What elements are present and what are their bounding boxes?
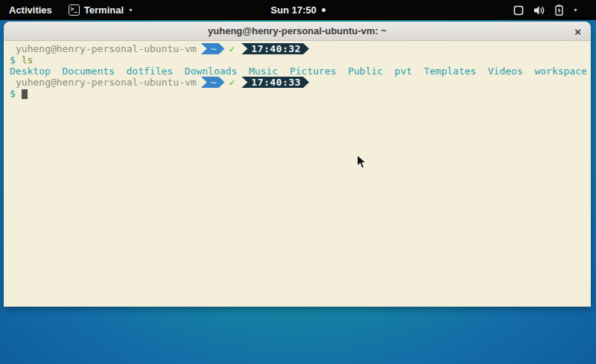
- terminal-content[interactable]: yuheng@henry-personal-ubuntu-vm ~ ✓ 17:4…: [4, 41, 591, 307]
- chevron-down-icon: ▼: [573, 7, 578, 13]
- prompt-time-segment: 17:40:32: [241, 43, 309, 54]
- window-title: yuheng@henry-personal-ubuntu-vm: ~: [208, 25, 387, 36]
- terminal-app-icon: >_: [69, 4, 80, 16]
- notification-dot: [322, 8, 326, 12]
- prompt-line: yuheng@henry-personal-ubuntu-vm ~ ✓ 17:4…: [10, 43, 591, 54]
- input-line: $: [10, 88, 591, 99]
- prompt-path-segment: ~: [201, 43, 225, 54]
- terminal-window: yuheng@henry-personal-ubuntu-vm: ~ × yuh…: [4, 22, 591, 307]
- gnome-top-bar: Activities >_ Terminal ▼ Sun 17:50 ▼: [0, 0, 596, 20]
- text-cursor: [22, 89, 28, 99]
- prompt-symbol: $: [10, 88, 16, 99]
- battery-charging-icon: [555, 4, 563, 16]
- chevron-down-icon: ▼: [128, 7, 133, 13]
- window-titlebar[interactable]: yuheng@henry-personal-ubuntu-vm: ~ ×: [4, 22, 591, 41]
- ls-output: Desktop Documents dotfiles Downloads Mus…: [10, 66, 591, 77]
- prompt-path-segment: ~: [201, 77, 225, 88]
- command-line: $ ls: [10, 54, 591, 66]
- clock-label: Sun 17:50: [270, 4, 316, 16]
- volume-icon: [533, 5, 545, 16]
- clock-button[interactable]: Sun 17:50: [270, 4, 325, 16]
- app-menu-terminal[interactable]: >_ Terminal ▼: [61, 0, 141, 20]
- check-icon: ✓: [229, 77, 235, 88]
- prompt-line: yuheng@henry-personal-ubuntu-vm ~ ✓ 17:4…: [10, 77, 591, 88]
- app-menu-label: Terminal: [84, 4, 124, 16]
- activities-button[interactable]: Activities: [0, 0, 61, 20]
- display-icon: [513, 5, 524, 16]
- system-status-area[interactable]: ▼: [506, 0, 596, 20]
- prompt-symbol: $: [10, 54, 16, 66]
- typed-command: ls: [22, 54, 34, 66]
- prompt-userhost: yuheng@henry-personal-ubuntu-vm: [10, 77, 197, 88]
- close-icon[interactable]: ×: [574, 25, 581, 36]
- check-icon: ✓: [229, 43, 235, 54]
- prompt-time-segment: 17:40:33: [241, 77, 309, 88]
- prompt-userhost: yuheng@henry-personal-ubuntu-vm: [10, 43, 197, 54]
